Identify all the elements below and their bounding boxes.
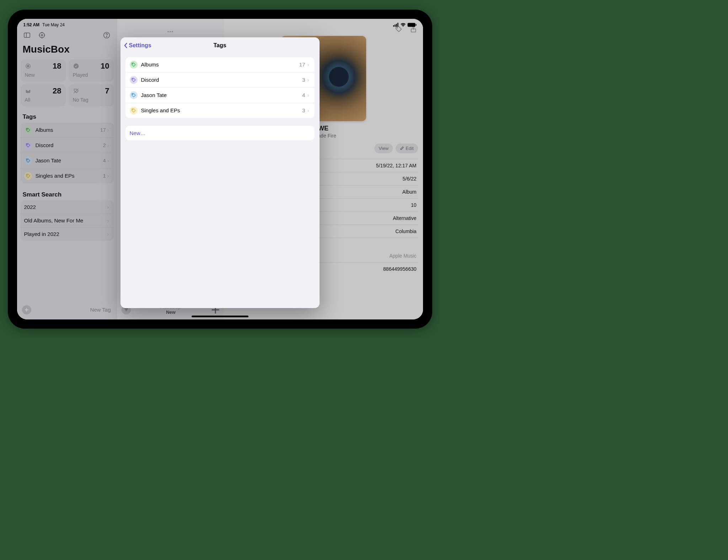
status-time: 1:52 AM [23,22,40,27]
sheet-title: Tags [213,42,226,49]
cellular-icon [393,23,399,27]
sheet-tag-name: Singles and EPs [141,107,303,113]
svg-rect-1 [395,25,396,27]
battery-icon [407,23,417,27]
svg-point-33 [132,63,133,64]
chevron-right-icon: › [307,61,310,68]
sheet-tag-jasontate[interactable]: Jason Tate 4 › [125,88,315,103]
svg-rect-4 [407,23,415,27]
svg-point-34 [132,79,133,79]
sheet-tag-albums[interactable]: Albums 17 › [125,57,315,72]
tag-icon [130,91,138,99]
svg-point-36 [132,109,133,110]
tag-icon [130,61,138,69]
ipad-frame: 1:52 AM Tue May 24 [8,10,432,329]
back-to-settings-button[interactable]: Settings [123,37,151,54]
status-bar: 1:52 AM Tue May 24 [17,21,423,29]
tags-settings-sheet: Settings Tags Albums 17 › Discord 3 [121,37,320,308]
bezel: 1:52 AM Tue May 24 [13,15,427,324]
sheet-tag-count: 4 [302,92,305,98]
tag-icon [130,76,138,84]
back-label: Settings [129,42,151,49]
chevron-right-icon: › [307,107,310,113]
sheet-tag-name: Albums [141,61,299,68]
sheet-tag-count: 3 [302,107,305,113]
new-tag-row[interactable]: New… [125,126,315,140]
chevron-right-icon: › [307,92,310,98]
sheet-tags-list: Albums 17 › Discord 3 › Jason Tate 4 [125,57,315,118]
tag-icon [130,107,138,114]
svg-rect-5 [416,24,416,26]
svg-rect-0 [393,25,394,27]
chevron-right-icon: › [307,77,310,83]
sheet-tag-discord[interactable]: Discord 3 › [125,72,315,88]
sheet-tag-count: 17 [299,61,305,68]
svg-rect-2 [396,24,397,27]
sheet-tag-name: Jason Tate [141,92,303,98]
sheet-tag-name: Discord [141,77,303,83]
screen: 1:52 AM Tue May 24 [17,19,423,319]
svg-point-35 [132,94,133,95]
status-date: Tue May 24 [42,22,65,27]
sheet-tag-singles[interactable]: Singles and EPs 3 › [125,103,315,118]
svg-rect-3 [397,23,398,27]
sheet-tag-count: 3 [302,77,305,83]
wifi-icon [400,23,406,27]
